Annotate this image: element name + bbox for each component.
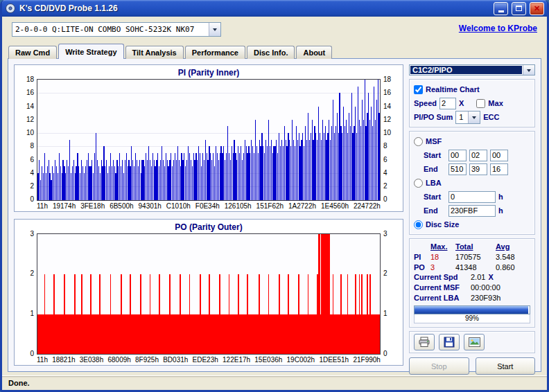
pi-yaxis-right: 181614121086420 — [381, 76, 399, 204]
pi-chart: PI (Parity Inner) 181614121086420 181614… — [14, 64, 403, 212]
msf-end-min-input[interactable] — [448, 163, 467, 175]
pi-yaxis-left: 181614121086420 — [19, 76, 37, 204]
lba-end-input[interactable] — [448, 205, 496, 217]
pi-plot — [37, 79, 381, 201]
save-image-button[interactable] — [464, 334, 485, 350]
lba-start-hex-label: h — [498, 193, 503, 201]
mode-combo-value: C1C2/PIPO — [410, 66, 522, 74]
chevron-down-icon[interactable] — [209, 23, 220, 36]
current-lba-row: Current LBA 230F93h — [414, 293, 530, 303]
pipo-sum-value: 1 — [456, 112, 468, 123]
speed-input[interactable] — [439, 98, 456, 109]
lba-start-input[interactable] — [448, 191, 496, 203]
ecc-label: ECC — [483, 113, 499, 121]
app-icon — [5, 3, 16, 14]
tab-tilt-analysis[interactable]: Tilt Analysis — [125, 46, 184, 59]
po-chart: PO (Parity Outer) 3210 3210 11h18821h3E0… — [14, 219, 403, 366]
pipo-sum-label: PI/PO Sum — [414, 113, 453, 121]
po-total-value: 41348 — [455, 262, 496, 272]
title-bar: K's CD/DVD Probe 1.1.26 ✕ — [2, 0, 547, 17]
pi-total-value: 170575 — [455, 252, 496, 262]
current-spd-value: 2.01 — [471, 272, 485, 283]
drive-combo[interactable]: 2-0-0-0 Q:LITE-ON COMBO SOHC-5232K NK07 — [12, 22, 221, 37]
mode-combo[interactable]: C1C2/PIPO — [409, 64, 535, 75]
progress: 99% — [414, 305, 530, 323]
pi-row-label: PI — [414, 252, 430, 262]
msf-end-row: End — [414, 163, 530, 175]
chart-options-group: Realtime Chart Speed X Max PI/PO Sum 1 — [409, 79, 535, 127]
disc-size-label: Disc Size — [426, 220, 459, 229]
stats-header-max: Max. — [430, 242, 455, 251]
po-avg-value: 0.860 — [496, 262, 530, 272]
pipo-sum-combo[interactable]: 1 — [455, 111, 480, 124]
po-yaxis-right: 3210 — [381, 231, 399, 358]
stats-panel: Max. Total Avg PI 18 170575 3.548 PO 3 4… — [409, 238, 535, 328]
msf-radio-row: MSF — [414, 135, 530, 148]
start-button[interactable]: Start — [476, 357, 536, 375]
control-panel: C1C2/PIPO Realtime Chart Speed X Max — [409, 64, 535, 366]
msf-label: MSF — [426, 137, 442, 145]
pi-xaxis: 11h19174h3FE18h6B500h94301hC1010hF0E34h1… — [37, 201, 381, 210]
disc-size-radio-row: Disc Size — [414, 218, 530, 231]
app-window: K's CD/DVD Probe 1.1.26 ✕ 2-0-0-0 Q:LITE… — [0, 0, 549, 392]
speed-unit-label: X — [459, 99, 464, 107]
msf-radio[interactable] — [414, 137, 423, 146]
tab-performance[interactable]: Performance — [185, 46, 245, 59]
pipo-sum-row: PI/PO Sum 1 ECC — [414, 111, 530, 123]
po-max-value: 3 — [430, 262, 455, 272]
msf-start-frame-input[interactable] — [490, 150, 508, 161]
realtime-row: Realtime Chart — [414, 83, 530, 96]
welcome-link[interactable]: Welcome to KProbe — [459, 24, 537, 33]
po-plot — [37, 233, 381, 355]
stats-header-avg: Avg — [496, 242, 530, 251]
msf-end-frame-input[interactable] — [490, 163, 508, 175]
msf-start-min-input[interactable] — [448, 150, 467, 161]
pi-max-value: 18 — [430, 252, 455, 262]
print-button[interactable] — [414, 334, 435, 350]
stats-header-total: Total — [455, 242, 496, 251]
max-checkbox[interactable] — [476, 99, 485, 108]
lba-radio-row: LBA — [414, 177, 530, 189]
tab-about[interactable]: About — [296, 46, 332, 59]
toolbar: 2-0-0-0 Q:LITE-ON COMBO SOHC-5232K NK07 … — [2, 17, 547, 38]
lba-end-row: End h — [414, 204, 530, 217]
lba-start-label: Start — [424, 193, 446, 201]
po-xaxis: 11h18821h3E038h68009h8F925hBD031hEDE23h1… — [37, 355, 381, 364]
chevron-down-icon[interactable] — [468, 112, 480, 123]
po-yaxis-left: 3210 — [19, 231, 37, 358]
minimize-icon — [498, 10, 504, 12]
range-group: MSF Start End — [409, 131, 535, 235]
floppy-disk-icon — [444, 337, 455, 348]
close-button[interactable]: ✕ — [530, 2, 544, 15]
msf-end-sec-input[interactable] — [469, 163, 487, 175]
client-area: 2-0-0-0 Q:LITE-ON COMBO SOHC-5232K NK07 … — [2, 17, 547, 390]
window-title: K's CD/DVD Probe 1.1.26 — [19, 3, 490, 13]
minimize-button[interactable] — [494, 2, 508, 15]
lba-end-label: End — [424, 206, 446, 215]
po-row-label: PO — [414, 262, 430, 272]
drive-combo-value: 2-0-0-0 Q:LITE-ON COMBO SOHC-5232K NK07 — [12, 23, 209, 36]
save-button[interactable] — [439, 334, 460, 350]
disc-size-radio[interactable] — [414, 220, 423, 229]
action-buttons: Stop Start — [409, 357, 535, 375]
tab-disc-info[interactable]: Disc Info. — [247, 46, 295, 59]
tab-raw-cmd[interactable]: Raw Cmd — [8, 46, 57, 59]
msf-start-sec-input[interactable] — [469, 150, 487, 161]
current-msf-row: Current MSF 00:00:00 — [414, 283, 530, 293]
pi-chart-title: PI (Parity Inner) — [19, 67, 399, 79]
msf-start-label: Start — [424, 151, 446, 159]
stop-button[interactable]: Stop — [409, 357, 469, 375]
realtime-checkbox[interactable] — [414, 85, 423, 94]
lba-end-hex-label: h — [498, 206, 503, 215]
chevron-down-icon[interactable] — [523, 65, 534, 75]
maximize-button[interactable] — [512, 2, 526, 15]
po-chart-title: PO (Parity Outer) — [19, 222, 399, 233]
lba-radio[interactable] — [414, 179, 423, 188]
current-spd-row: Current Spd 2.01 X — [414, 272, 530, 283]
tab-write-strategy[interactable]: Write Strategy — [58, 44, 123, 59]
page-content: PI (Parity Inner) 181614121086420 181614… — [8, 58, 541, 372]
maximize-icon — [516, 6, 522, 11]
progress-bar — [414, 305, 530, 314]
status-text: Done. — [8, 379, 30, 387]
tab-strip: Raw Cmd Write Strategy Tilt Analysis Per… — [2, 38, 547, 59]
